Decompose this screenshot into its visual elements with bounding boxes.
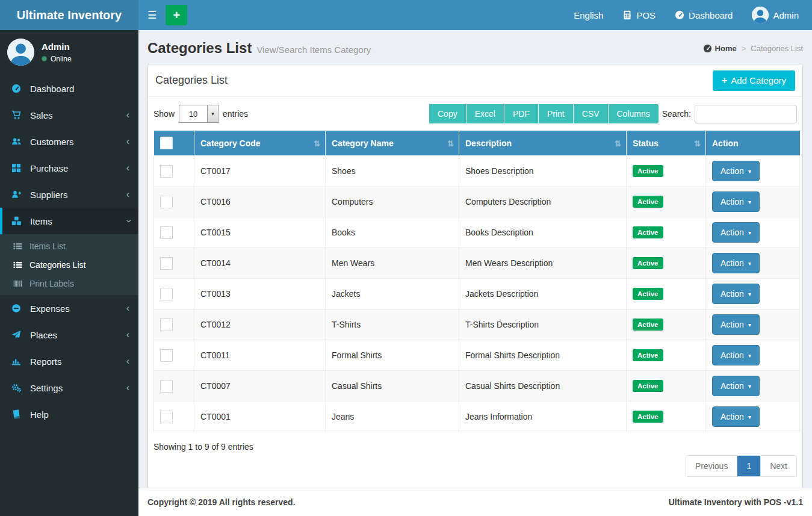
pagination-page-1[interactable]: 1 [737,456,760,476]
row-checkbox[interactable] [160,165,173,178]
row-checkbox[interactable] [160,257,173,270]
sidebar-item-suppliers[interactable]: Suppliers ‹ [0,181,138,208]
pagination-next[interactable]: Next [760,456,796,476]
status-badge: Active [633,411,663,423]
row-action-button[interactable]: Action ▾ [712,345,760,365]
navbar-main: ☰ + English POS Dashboard [138,0,812,30]
quick-add-button[interactable]: + [166,5,187,25]
pagination-previous[interactable]: Previous [686,456,737,476]
row-action-label: Action [721,381,744,391]
row-action-button[interactable]: Action ▾ [712,314,760,335]
cell-category-name: Formal Shirts [326,340,459,371]
status-badge: Active [633,380,663,392]
status-badge: Active [633,196,663,208]
table-body: CT0017 Shoes Shoes Description Active Ac… [154,156,800,432]
export-button[interactable]: Print [539,104,574,123]
breadcrumb: Home > Categories List [703,44,803,53]
row-checkbox[interactable] [160,380,173,393]
chevron-left-icon: ‹ [126,110,129,120]
nav-language[interactable]: English [574,10,603,20]
table-row: CT0013 Jackets Jackets Description Activ… [154,279,800,309]
export-button[interactable]: Copy [429,104,466,123]
chevron-left-icon: ‹ [126,137,129,146]
sidebar-item-reports[interactable]: Reports ‹ [0,348,138,375]
chevron-left-icon: ‹ [126,163,129,173]
sidebar-item-settings[interactable]: Settings ‹ [0,375,138,401]
row-checkbox[interactable] [160,196,173,208]
sidebar-subitem-items-list[interactable]: Items List [0,237,138,255]
row-action-button[interactable]: Action ▾ [712,284,760,304]
list-icon [13,242,23,250]
select-arrow-icon: ▾ [207,105,218,122]
nav-dashboard[interactable]: Dashboard [675,10,733,20]
cell-category-code: CT0013 [194,279,326,309]
row-action-button[interactable]: Action ▾ [712,222,760,243]
sidebar-item-items[interactable]: Items ‹ [0,208,138,234]
row-action-button[interactable]: Action ▾ [712,161,760,181]
cell-description: Men Wears Description [459,248,627,279]
plus-icon: + [722,75,727,86]
row-checkbox[interactable] [160,319,173,331]
add-category-button[interactable]: + Add Category [713,70,795,91]
sidebar-item-expenses[interactable]: Expenses ‹ [0,295,138,322]
caret-down-icon: ▾ [748,291,751,297]
export-button[interactable]: Excel [466,104,504,123]
sidebar-item-places[interactable]: Places ‹ [0,322,138,348]
chevron-left-icon: ‹ [126,330,129,340]
sidebar-item-customers[interactable]: Customers ‹ [0,128,138,155]
entries-select[interactable]: 10 ▾ [179,105,218,123]
column-header-description[interactable]: Description ⇅ [459,131,627,156]
search-label: Search: [662,109,691,119]
barcode-icon [13,279,23,288]
sidebar-item-label: Help [30,409,49,420]
cubes-icon [11,216,22,226]
sidebar-item-dashboard[interactable]: Dashboard [0,75,138,102]
export-button[interactable]: PDF [504,104,539,123]
column-header-status[interactable]: Status ⇅ [627,131,706,156]
column-header-category-code[interactable]: Category Code ⇅ [194,131,326,156]
sidebar-subitem-label: Categories List [29,260,85,270]
list-icon [13,261,23,269]
row-action-label: Action [721,228,744,237]
row-action-label: Action [721,412,744,421]
sidebar-item-label: Places [30,330,57,340]
sidebar-item-sales[interactable]: Sales ‹ [0,102,138,128]
cell-category-name: Casual Shirts [326,371,459,402]
sidebar-subitem-print-labels[interactable]: Print Labels [0,274,138,293]
nav-user-label: Admin [773,10,799,20]
row-action-button[interactable]: Action ▾ [712,191,760,212]
row-action-button[interactable]: Action ▾ [712,376,760,396]
table-row: CT0007 Casual Shirts Casual Shirts Descr… [154,371,800,402]
column-header-category-name[interactable]: Category Name ⇅ [326,131,459,156]
search-input[interactable] [695,105,797,123]
nav-pos[interactable]: POS [622,10,655,20]
row-checkbox[interactable] [160,349,173,362]
row-checkbox[interactable] [160,411,173,423]
sidebar-item-purchase[interactable]: Purchase ‹ [0,155,138,181]
nav-user-menu[interactable]: Admin [752,7,799,23]
sidebar-user-name: Admin [42,42,72,52]
export-button[interactable]: CSV [574,104,609,123]
sort-icon: ⇅ [694,138,701,148]
sidebar-subitem-categories-list[interactable]: Categories List [0,255,138,274]
sidebar-item-label: Items [30,216,52,226]
row-checkbox[interactable] [160,288,173,300]
sidebar-item-help[interactable]: Help [0,401,138,427]
select-all-checkbox[interactable] [160,137,173,149]
cell-category-code: CT0014 [194,248,326,279]
table-info: Showing 1 to 9 of 9 entries [148,432,802,452]
sidebar-toggle-icon[interactable]: ☰ [138,0,166,30]
app-logo[interactable]: Ultimate Inventory [0,0,138,30]
cell-description: Casual Shirts Description [459,371,627,402]
nav-dashboard-label: Dashboard [689,10,733,20]
breadcrumb-home[interactable]: Home [703,44,737,53]
caret-down-icon: ▾ [748,260,751,267]
row-checkbox[interactable] [160,226,173,239]
row-action-button[interactable]: Action ▾ [712,253,760,273]
export-button[interactable]: Columns [609,104,659,123]
sort-icon: ⇅ [447,138,454,148]
footer-version: Ultimate Inventory with POS -v1.1 [669,497,803,507]
row-action-button[interactable]: Action ▾ [712,406,760,427]
chevron-left-icon: ‹ [126,356,129,366]
sort-icon: ⇅ [314,138,320,148]
